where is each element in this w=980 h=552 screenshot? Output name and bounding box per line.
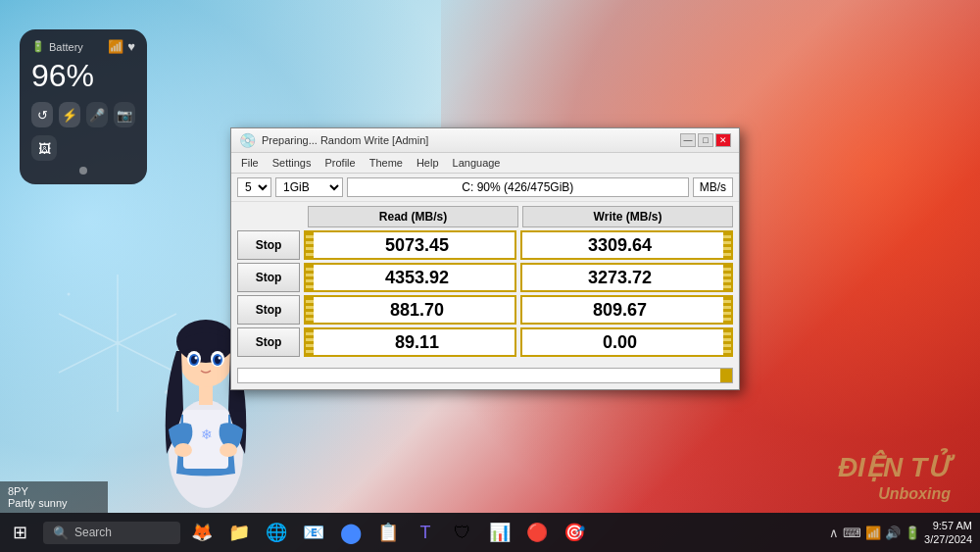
read-value-4: 89.11 bbox=[304, 327, 516, 357]
cdm-toolbar: 5 1 3 1GiB 512MiB C: 90% (426/475GiB) MB… bbox=[231, 174, 739, 202]
battery-rotate-btn[interactable]: ↺ bbox=[31, 102, 53, 127]
tray-date-display: 3/27/2024 bbox=[924, 532, 972, 546]
cdm-progress-area bbox=[231, 364, 739, 389]
stop-button-4[interactable]: Stop bbox=[237, 327, 300, 357]
battery-extra-icons: 🖼 bbox=[31, 135, 135, 161]
svg-point-4 bbox=[68, 293, 71, 296]
search-icon: 🔍 bbox=[53, 526, 69, 540]
cdm-title-text: Preparing... Random Write [Admin] bbox=[262, 134, 428, 146]
taskbar-app-blue[interactable]: ⬤ bbox=[333, 515, 368, 550]
taskbar-app-shield[interactable]: 🛡 bbox=[445, 515, 480, 550]
start-button[interactable]: ⊞ bbox=[0, 513, 39, 552]
weather-condition: Partly sunny bbox=[8, 497, 100, 509]
taskbar-app-teams[interactable]: T bbox=[408, 515, 443, 550]
cdm-progress-bar bbox=[237, 368, 733, 383]
cdm-results-table: Read (MB/s) Write (MB/s) Stop 5073.45 33… bbox=[231, 202, 739, 364]
taskbar-app-target[interactable]: 🎯 bbox=[557, 515, 592, 550]
menu-file[interactable]: File bbox=[235, 155, 265, 171]
table-row: Stop 5073.45 3309.64 bbox=[237, 230, 733, 260]
cdm-column-headers: Read (MB/s) Write (MB/s) bbox=[237, 206, 733, 227]
read-value-2: 4353.92 bbox=[304, 263, 516, 292]
watermark-line2: Unboxing bbox=[838, 484, 951, 503]
table-row: Stop 89.11 0.00 bbox=[237, 327, 733, 357]
tray-battery[interactable]: 🔋 bbox=[905, 526, 920, 540]
weather-city: 8PY bbox=[8, 485, 100, 497]
battery-quick-settings: ↺ ⚡ 🎤 📷 bbox=[31, 102, 135, 127]
battery-wifi-icon: 📶 bbox=[108, 39, 123, 54]
header-spacer bbox=[237, 206, 304, 227]
taskbar-app-firefox[interactable]: 🦊 bbox=[184, 515, 220, 550]
battery-mic-btn[interactable]: 🎤 bbox=[86, 102, 108, 127]
read-header: Read (MB/s) bbox=[308, 206, 518, 227]
menu-theme[interactable]: Theme bbox=[364, 155, 409, 171]
read-value-1: 5073.45 bbox=[304, 230, 516, 260]
svg-point-10 bbox=[176, 320, 235, 363]
battery-heart-icon: ♥ bbox=[127, 39, 135, 54]
weather-widget: 8PY Partly sunny bbox=[0, 481, 108, 513]
tray-keyboard[interactable]: ⌨ bbox=[843, 526, 861, 540]
tray-up-arrow[interactable]: ∧ bbox=[829, 526, 839, 540]
svg-point-20 bbox=[174, 443, 192, 457]
drive-info[interactable]: C: 90% (426/475GiB) bbox=[347, 177, 689, 197]
watermark: ĐIỆN TỬ Unboxing bbox=[838, 451, 951, 503]
taskbar-apps: 🦊 📁 🌐 📧 ⬤ 📋 T 🛡 📊 🔴 🎯 bbox=[184, 515, 829, 550]
table-row: Stop 881.70 809.67 bbox=[237, 295, 733, 325]
stop-button-2[interactable]: Stop bbox=[237, 263, 300, 292]
menu-language[interactable]: Language bbox=[447, 155, 507, 171]
svg-point-17 bbox=[195, 357, 198, 360]
battery-image-btn[interactable]: 🖼 bbox=[31, 135, 57, 161]
close-button[interactable]: ✕ bbox=[715, 133, 731, 147]
taskbar-app-mail[interactable]: 📧 bbox=[296, 515, 331, 550]
cdm-titlebar: 💿 Preparing... Random Write [Admin] — □ … bbox=[231, 128, 739, 153]
cdm-window: 💿 Preparing... Random Write [Admin] — □ … bbox=[230, 127, 740, 390]
stop-button-1[interactable]: Stop bbox=[237, 230, 300, 260]
menu-profile[interactable]: Profile bbox=[318, 155, 361, 171]
write-header: Write (MB/s) bbox=[522, 206, 733, 227]
tray-wifi[interactable]: 📶 bbox=[865, 526, 881, 540]
battery-widget: 🔋 Battery 📶 ♥ 96% ↺ ⚡ 🎤 📷 🖼 bbox=[20, 29, 147, 184]
taskbar: ⊞ 🔍 Search 🦊 📁 🌐 📧 ⬤ 📋 T 🛡 📊 🔴 🎯 ∧ ⌨ 📶 🔊… bbox=[0, 513, 980, 552]
write-value-1: 3309.64 bbox=[520, 230, 733, 260]
battery-camera-btn[interactable]: 📷 bbox=[114, 102, 135, 127]
cdm-title-left: 💿 Preparing... Random Write [Admin] bbox=[239, 132, 428, 148]
size-select[interactable]: 1GiB 512MiB bbox=[275, 177, 343, 197]
read-value-3: 881.70 bbox=[304, 295, 516, 325]
count-select[interactable]: 5 1 3 bbox=[237, 177, 271, 197]
cdm-menubar: File Settings Profile Theme Help Languag… bbox=[231, 153, 739, 174]
search-label: Search bbox=[74, 526, 112, 539]
svg-point-21 bbox=[220, 443, 237, 457]
minimize-button[interactable]: — bbox=[680, 133, 696, 147]
write-value-4: 0.00 bbox=[520, 327, 733, 357]
cdm-progress-fill bbox=[720, 369, 732, 382]
taskbar-app-notes[interactable]: 📋 bbox=[370, 515, 406, 550]
menu-settings[interactable]: Settings bbox=[267, 155, 318, 171]
cdm-app-icon: 💿 bbox=[239, 132, 256, 148]
write-value-2: 3273.72 bbox=[520, 263, 733, 292]
menu-help[interactable]: Help bbox=[411, 155, 445, 171]
tray-time-display: 9:57 AM bbox=[924, 519, 972, 532]
tray-clock[interactable]: 9:57 AM 3/27/2024 bbox=[924, 519, 972, 547]
battery-dot-indicator bbox=[79, 167, 87, 175]
table-row: Stop 4353.92 3273.72 bbox=[237, 263, 733, 292]
battery-percent: 96% bbox=[31, 58, 135, 94]
cdm-title-controls: — □ ✕ bbox=[680, 133, 731, 147]
taskbar-app-files[interactable]: 📁 bbox=[221, 515, 257, 550]
battery-bolt-btn[interactable]: ⚡ bbox=[59, 102, 80, 127]
maximize-button[interactable]: □ bbox=[698, 133, 713, 147]
svg-point-18 bbox=[219, 357, 221, 360]
taskbar-app-chart[interactable]: 📊 bbox=[482, 515, 517, 550]
stop-button-3[interactable]: Stop bbox=[237, 295, 300, 325]
battery-title: 🔋 Battery 📶 ♥ bbox=[31, 39, 135, 54]
write-value-3: 809.67 bbox=[520, 295, 733, 325]
svg-text:❄: ❄ bbox=[201, 427, 213, 442]
unit-display: MB/s bbox=[693, 177, 733, 197]
battery-icon: 🔋 bbox=[31, 40, 45, 53]
tray-volume[interactable]: 🔊 bbox=[885, 526, 901, 540]
taskbar-app-edge[interactable]: 🌐 bbox=[259, 515, 294, 550]
taskbar-app-red[interactable]: 🔴 bbox=[519, 515, 555, 550]
watermark-line1: ĐIỆN TỬ bbox=[838, 451, 951, 484]
taskbar-search[interactable]: 🔍 Search bbox=[43, 522, 180, 544]
taskbar-tray: ∧ ⌨ 📶 🔊 🔋 9:57 AM 3/27/2024 bbox=[829, 519, 980, 547]
